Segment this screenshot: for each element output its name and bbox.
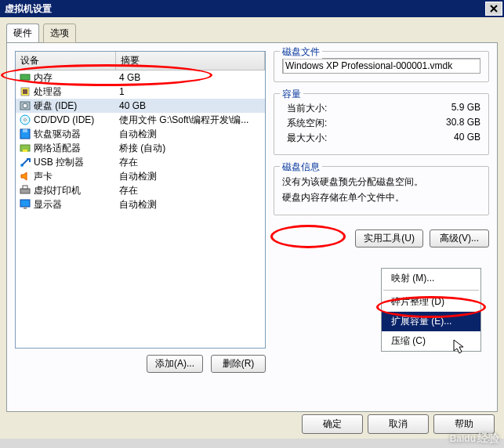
device-summary: 1 [116,86,265,97]
device-name: 内存 [34,71,53,85]
device-name: USB 控制器 [34,156,84,169]
capacity-key: 最大大小: [287,132,327,145]
device-row[interactable]: 处理器1 [16,85,265,99]
tab-hardware[interactable]: 硬件 [6,23,39,42]
cpu-icon [19,86,31,97]
device-row[interactable]: 软盘驱动器自动检测 [16,127,265,141]
title-bar: 虚拟机设置 [0,0,504,17]
device-row[interactable]: USB 控制器存在 [16,155,265,169]
diskinfo-line1: 没有为该硬盘预先分配磁盘空间。 [282,175,480,189]
capacity-key: 当前大小: [287,102,327,115]
ok-button[interactable]: 确定 [302,414,363,434]
capacity-value: 30.8 GB [446,117,480,130]
svg-point-4 [23,103,27,108]
device-summary: 存在 [116,184,265,197]
diskfile-group: 磁盘文件 [274,51,489,82]
device-summary: 桥接 (自动) [116,142,265,155]
menu-separator [383,290,479,291]
device-row[interactable]: 声卡自动检测 [16,169,265,183]
svg-rect-12 [20,189,30,193]
capacity-value: 5.9 GB [451,102,480,115]
device-name: 处理器 [34,85,62,99]
memory-icon [19,72,31,83]
device-row[interactable]: CD/DVD (IDE)使用文件 G:\Soft\编程开发\编... [16,113,265,127]
printer-icon [19,185,31,196]
capacity-value: 40 GB [454,132,480,145]
device-row[interactable]: 硬盘 (IDE)40 GB [16,99,265,113]
svg-rect-14 [20,200,30,207]
device-row[interactable]: 网络适配器桥接 (自动) [16,141,265,155]
capacity-key: 系统空闲: [287,117,327,130]
device-summary: 自动检测 [116,198,265,211]
capacity-row: 最大大小:40 GB [287,132,480,145]
hdd-icon [19,100,31,111]
remove-button[interactable]: 删除(R) [211,355,266,373]
device-name: 虚拟打印机 [34,184,81,197]
usb-icon [19,157,31,168]
col-device[interactable]: 设备 [16,52,116,70]
annotation-circle-utilities [270,225,346,248]
close-button[interactable] [485,2,502,16]
nic-icon [19,143,31,154]
device-summary: 40 GB [116,100,265,111]
diskfile-legend: 磁盘文件 [280,45,322,59]
utilities-button[interactable]: 实用工具(U) [355,229,423,247]
advanced-button[interactable]: 高级(V)... [430,229,489,247]
device-summary: 使用文件 G:\Soft\编程开发\编... [116,114,265,127]
diskinfo-group: 磁盘信息 没有为该硬盘预先分配磁盘空间。 硬盘内容存储在单个文件中。 [274,166,489,215]
floppy-icon [19,128,31,139]
utilities-menu: 映射 (M)... 碎片整理 (D) 扩展容量 (E)... 压缩 (C) [381,268,481,352]
device-name: 声卡 [34,170,53,183]
cursor-icon [453,339,466,355]
svg-rect-13 [23,186,27,189]
diskfile-input[interactable] [282,58,480,74]
menu-expand[interactable]: 扩展容量 (E)... [382,312,480,331]
menu-compress[interactable]: 压缩 (C) [382,331,480,351]
window-title: 虚拟机设置 [5,2,52,16]
device-name: 硬盘 (IDE) [34,99,77,113]
diskinfo-line2: 硬盘内容存储在单个文件中。 [282,191,480,204]
device-row[interactable]: 虚拟打印机存在 [16,183,265,197]
help-button[interactable]: 帮助 [433,414,495,434]
device-summary: 存在 [116,156,265,169]
device-name: 软盘驱动器 [34,128,81,141]
device-summary: 自动检测 [116,128,265,141]
diskinfo-legend: 磁盘信息 [280,161,322,174]
device-name: 显示器 [34,198,62,211]
device-name: CD/DVD (IDE) [34,114,94,125]
tab-options[interactable]: 选项 [43,23,76,43]
capacity-row: 系统空闲:30.8 GB [287,117,480,130]
svg-rect-0 [20,74,30,80]
cancel-button[interactable]: 取消 [368,414,429,434]
display-icon [19,199,31,210]
menu-map[interactable]: 映射 (M)... [382,269,480,288]
menu-defrag[interactable]: 碎片整理 (D) [382,292,480,312]
device-name: 网络适配器 [34,142,81,155]
device-summary: 自动检测 [116,170,265,183]
sound-icon [19,171,31,182]
capacity-group: 容量 当前大小:5.9 GB系统空闲:30.8 GB最大大小:40 GB [274,93,489,155]
device-summary: 4 GB [116,72,265,83]
add-button[interactable]: 添加(A)... [147,355,203,373]
device-row[interactable]: 显示器自动检测 [16,197,265,211]
svg-rect-2 [23,89,27,94]
list-header: 设备 摘要 [16,52,265,70]
svg-point-6 [24,119,27,121]
svg-rect-8 [23,129,27,132]
cd-icon [19,114,31,125]
col-summary[interactable]: 摘要 [116,52,265,70]
device-list: 设备 摘要 内存4 GB处理器1硬盘 (IDE)40 GBCD/DVD (IDE… [15,51,266,349]
device-row[interactable]: 内存4 GB [16,70,265,85]
svg-rect-15 [24,207,27,209]
capacity-row: 当前大小:5.9 GB [287,102,480,115]
svg-rect-10 [23,150,27,152]
capacity-legend: 容量 [280,88,303,101]
